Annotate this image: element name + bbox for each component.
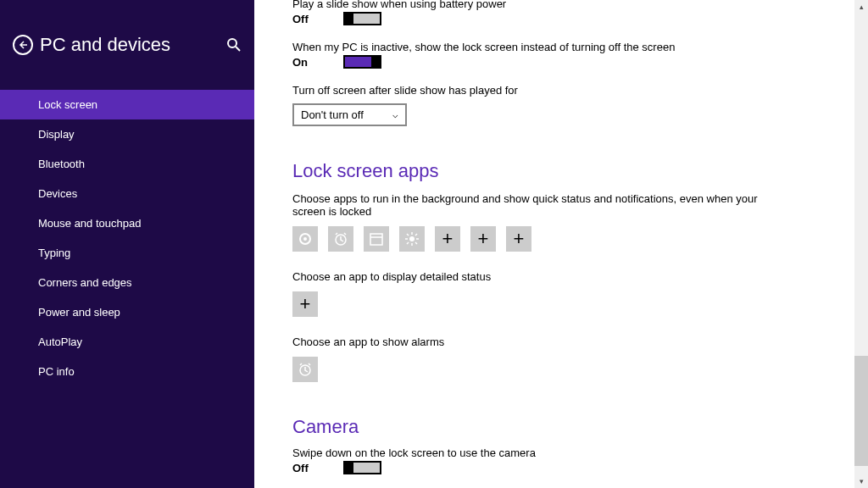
lock-apps-title: Lock screen apps — [292, 160, 817, 182]
sidebar-item-mouse-touchpad[interactable]: Mouse and touchpad — [0, 208, 254, 238]
sidebar-item-label: Devices — [38, 187, 77, 200]
quick-status-tile-2[interactable] — [328, 226, 353, 252]
svg-point-3 — [303, 237, 307, 241]
sidebar-item-corners-edges[interactable]: Corners and edges — [0, 268, 254, 297]
quick-status-add-3[interactable]: + — [506, 226, 531, 252]
svg-line-13 — [415, 242, 417, 244]
svg-line-15 — [415, 234, 417, 236]
battery-slideshow-state: Off — [292, 13, 318, 25]
svg-point-7 — [409, 236, 415, 241]
scrollbar[interactable]: ▴ ▾ — [854, 0, 868, 488]
quick-status-tile-3[interactable] — [364, 226, 389, 252]
quick-status-tile-1[interactable] — [292, 226, 318, 252]
turn-off-label: Turn off screen after slide show has pla… — [292, 84, 817, 97]
sidebar-item-pc-info[interactable]: PC info — [0, 357, 254, 386]
inactive-lockscreen-toggle[interactable] — [343, 55, 381, 69]
sidebar-item-typing[interactable]: Typing — [0, 238, 254, 268]
plus-icon: + — [442, 228, 453, 250]
sidebar-header: PC and devices — [0, 0, 254, 73]
quick-status-tile-4[interactable] — [399, 226, 425, 252]
quick-status-add-1[interactable]: + — [435, 226, 460, 252]
alarm-icon — [298, 362, 313, 377]
sidebar-item-label: Mouse and touchpad — [38, 217, 141, 230]
scroll-thumb[interactable] — [854, 356, 868, 466]
alarms-tile[interactable] — [292, 357, 318, 382]
turn-off-dropdown[interactable]: Don't turn off ⌵ — [292, 103, 407, 126]
sidebar-item-label: PC info — [38, 365, 75, 378]
svg-line-12 — [407, 234, 409, 236]
chevron-down-icon: ⌵ — [392, 109, 398, 120]
svg-rect-5 — [370, 234, 382, 245]
sidebar-item-label: AutoPlay — [38, 336, 82, 348]
sidebar-item-power-sleep[interactable]: Power and sleep — [0, 297, 254, 327]
camera-state: Off — [292, 462, 318, 474]
sidebar-item-label: Lock screen — [38, 98, 97, 111]
battery-slideshow-toggle[interactable] — [343, 12, 381, 25]
quick-status-tiles: + + + — [292, 226, 817, 252]
settings-window: PC and devices Lock screen Display Bluet… — [0, 0, 868, 488]
battery-slideshow-toggle-row: Off — [292, 12, 817, 25]
sidebar-item-label: Bluetooth — [38, 158, 85, 170]
turn-off-value: Don't turn off — [301, 108, 364, 121]
sidebar-item-label: Typing — [38, 247, 70, 259]
sidebar-item-bluetooth[interactable]: Bluetooth — [0, 149, 254, 179]
calendar-icon — [369, 231, 384, 247]
svg-line-1 — [236, 47, 240, 51]
sidebar-item-display[interactable]: Display — [0, 119, 254, 149]
sidebar-item-lock-screen[interactable]: Lock screen — [0, 90, 254, 119]
svg-line-14 — [407, 242, 409, 244]
sidebar: PC and devices Lock screen Display Bluet… — [0, 0, 254, 488]
inactive-lockscreen-state: On — [292, 56, 318, 69]
sidebar-title: PC and devices — [40, 34, 220, 56]
content-pane: Play a slide show when using battery pow… — [254, 0, 868, 488]
alarm-icon — [333, 231, 348, 247]
sidebar-item-label: Power and sleep — [38, 306, 120, 319]
sidebar-item-label: Display — [38, 128, 75, 141]
plus-icon: + — [514, 228, 525, 250]
circle-icon — [298, 231, 313, 247]
camera-toggle[interactable] — [343, 461, 381, 474]
battery-slideshow-label: Play a slide show when using battery pow… — [292, 0, 817, 10]
sidebar-item-label: Corners and edges — [38, 276, 132, 289]
detailed-status-add[interactable]: + — [292, 291, 318, 317]
inactive-lockscreen-toggle-row: On — [292, 55, 817, 69]
plus-icon: + — [478, 228, 489, 250]
search-icon[interactable] — [226, 37, 242, 53]
alarms-label: Choose an app to show alarms — [292, 336, 817, 348]
plus-icon: + — [300, 293, 311, 315]
back-arrow-icon — [18, 40, 28, 50]
camera-toggle-row: Off — [292, 461, 817, 474]
sidebar-items: Lock screen Display Bluetooth Devices Mo… — [0, 73, 254, 386]
inactive-lockscreen-label: When my PC is inactive, show the lock sc… — [292, 41, 817, 53]
lock-apps-desc: Choose apps to run in the background and… — [292, 192, 784, 218]
sun-icon — [404, 231, 420, 247]
sidebar-item-autoplay[interactable]: AutoPlay — [0, 327, 254, 357]
scroll-down-button[interactable]: ▾ — [854, 474, 868, 488]
scroll-up-button[interactable]: ▴ — [854, 0, 868, 14]
camera-desc: Swipe down on the lock screen to use the… — [292, 446, 784, 459]
detailed-status-label: Choose an app to display detailed status — [292, 270, 817, 283]
camera-title: Camera — [292, 416, 817, 438]
quick-status-add-2[interactable]: + — [470, 226, 496, 252]
sidebar-item-devices[interactable]: Devices — [0, 179, 254, 208]
svg-point-0 — [228, 39, 236, 47]
back-button[interactable] — [13, 35, 33, 55]
